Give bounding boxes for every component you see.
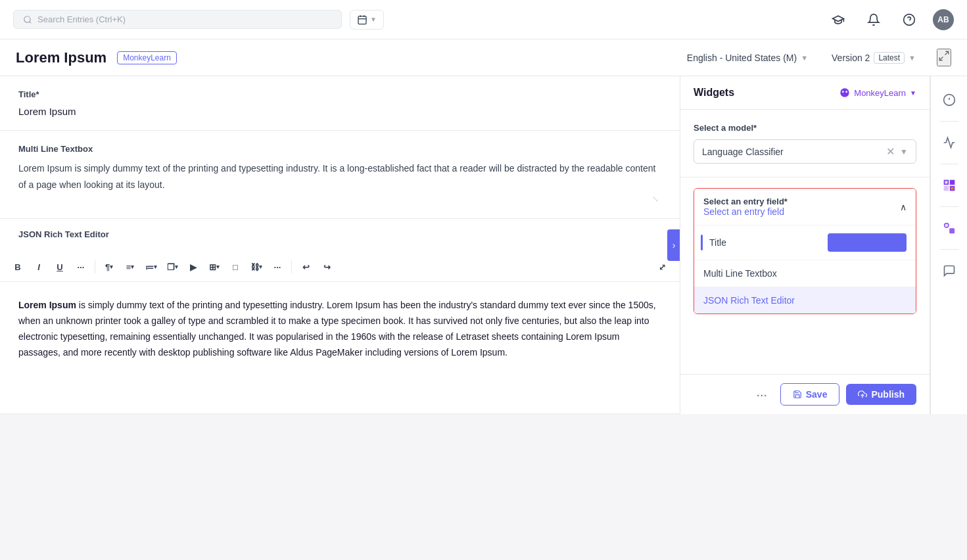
table-button[interactable]: ⊞▾ [204,258,224,276]
more-options-button[interactable]: ··· [268,258,287,276]
bold-button[interactable]: B [8,258,28,276]
svg-line-8 [945,51,949,55]
sub-header: Lorem Ipsum MonkeyLearn English - United… [0,39,967,76]
shapes-icon [943,222,956,235]
top-nav: Search Entries (Ctrl+K) ▼ AB [0,0,967,39]
help-icon-btn[interactable] [897,8,921,32]
link-button[interactable]: ⛓▾ [247,258,266,276]
svg-point-0 [24,16,30,22]
version-text: Version 2 [832,53,870,63]
expand-button[interactable] [937,49,951,66]
graduation-icon [832,13,845,26]
entry-field-options: Title Multi Line Textbox JSON Rich Text … [694,225,916,314]
chat-icon-btn[interactable] [936,258,962,284]
entry-field-header-content: Select an entry field* Select an entry f… [703,197,788,217]
icon-bar [930,76,967,414]
title-section: Title* Lorem Ipsum [0,76,680,131]
language-selector[interactable]: English - United States (M) ▼ [687,53,808,63]
search-placeholder: Search Entries (Ctrl+K) [37,14,126,24]
widgets-title: Widgets [694,87,734,99]
paragraph-button[interactable]: ¶▾ [99,258,119,276]
help-icon [903,13,916,26]
block-button[interactable]: ❐▾ [162,258,182,276]
shapes-icon-btn[interactable] [936,215,962,241]
svg-rect-19 [950,187,954,191]
save-button[interactable]: Save [780,383,840,406]
option-json-label: JSON Rich Text Editor [703,295,795,306]
more-options-bottom-button[interactable]: ··· [750,383,774,406]
collapse-toggle[interactable]: › [667,229,680,261]
publish-button[interactable]: Publish [846,384,916,405]
bell-icon-btn[interactable] [862,8,885,32]
entry-field-header[interactable]: Select an entry field* Select an entry f… [694,189,916,225]
nav-icons: AB [826,8,954,32]
svg-rect-22 [949,229,954,233]
entry-field-placeholder: Select an entry field [703,206,788,217]
svg-point-21 [944,223,949,228]
monkey-learn-widget-badge[interactable]: MonkeyLearn ▼ [839,87,916,98]
icon-bar-divider-4 [940,249,958,250]
calendar-button[interactable]: ▼ [350,10,384,30]
search-icon [23,15,32,24]
svg-rect-18 [950,181,954,185]
media-button[interactable]: ▶ [183,258,203,276]
option-json-editor[interactable]: JSON Rich Text Editor [694,287,916,314]
icon-bar-divider-3 [940,206,958,207]
redo-button[interactable]: ↪ [317,258,337,276]
title-label: Title* [18,89,661,99]
icon-bar-divider-2 [940,164,958,164]
toolbar-separator-2 [291,260,292,273]
save-icon [793,390,802,399]
search-bar[interactable]: Search Entries (Ctrl+K) [13,10,342,29]
model-value: Language Classifier [702,147,784,157]
underline-button[interactable]: U [50,258,70,276]
expand-icon [938,50,950,62]
version-selector[interactable]: Version 2 Latest ▼ [832,52,916,64]
option-title[interactable]: Title [694,225,916,260]
model-clear-button[interactable]: ✕ [886,145,895,158]
svg-rect-2 [358,16,366,24]
resize-handle: ⤡ [18,193,661,205]
save-label: Save [806,389,828,400]
activity-icon-btn[interactable] [936,129,962,156]
svg-point-10 [841,88,849,97]
apps-icon [943,179,956,192]
option-accent [701,235,703,250]
calendar-icon [357,14,367,25]
align-button[interactable]: ≡▾ [120,258,140,276]
activity-icon [943,136,956,149]
option-multiline[interactable]: Multi Line Textbox [694,260,916,287]
json-editor-label: JSON Rich Text Editor [18,229,661,239]
multiline-value[interactable]: Lorem Ipsum is simply dummy text of the … [18,160,661,193]
editor-content[interactable]: Lorem Ipsum is simply dummy text of the … [0,282,680,413]
monkey-learn-badge[interactable]: MonkeyLearn [117,51,177,64]
content-panel: Title* Lorem Ipsum Multi Line Textbox Lo… [0,76,680,414]
version-chevron: ▼ [908,54,916,62]
monkey-learn-icon [839,87,850,98]
italic-button[interactable]: I [29,258,49,276]
more-format-button[interactable]: ··· [71,258,91,276]
info-icon [943,93,956,106]
json-editor-section: JSON Rich Text Editor B I U ··· ¶▾ ≡▾ ≔▾… [0,219,680,414]
info-icon-btn[interactable] [936,87,962,113]
undo-button[interactable]: ↩ [296,258,316,276]
main-layout: Title* Lorem Ipsum Multi Line Textbox Lo… [0,76,967,414]
publish-icon [858,390,867,399]
option-title-label: Title [709,237,726,248]
editor-toolbar: B I U ··· ¶▾ ≡▾ ≔▾ ❐▾ ▶ ⊞▾ □ ⛓▾ ··· ↩ ↪ … [0,252,680,282]
editor-body: is simply dummy text of the printing and… [18,300,656,357]
graduation-icon-btn[interactable] [826,8,850,32]
list-button[interactable]: ≔▾ [141,258,161,276]
toolbar-separator-1 [95,260,95,273]
editor-bold-word: Lorem Ipsum [18,300,76,310]
model-selector[interactable]: Language Classifier ✕ ▼ [694,139,916,164]
title-value[interactable]: Lorem Ipsum [18,106,661,117]
avatar[interactable]: AB [933,9,954,30]
apps-icon-btn[interactable] [936,172,962,198]
entry-field-label: Select an entry field* [703,197,788,206]
publish-label: Publish [871,389,905,400]
monkey-learn-label: MonkeyLearn [854,88,906,98]
embed-button[interactable]: □ [225,258,245,276]
multiline-section: Multi Line Textbox Lorem Ipsum is simply… [0,131,680,219]
model-actions: ✕ ▼ [886,145,908,158]
